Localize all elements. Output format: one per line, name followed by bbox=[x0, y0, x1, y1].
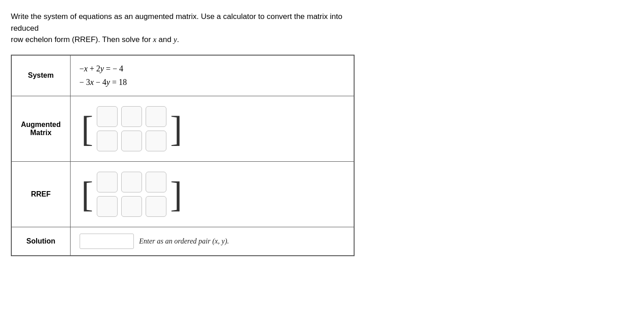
solution-row-wrapper: Enter as an ordered pair (x, y). bbox=[80, 234, 345, 249]
aug-cell-0-1[interactable] bbox=[121, 106, 142, 127]
solution-input[interactable] bbox=[80, 234, 134, 249]
augmented-bracket-left: [ bbox=[81, 111, 94, 147]
rref-bracket-right: ] bbox=[170, 176, 182, 212]
augmented-bracket-right: ] bbox=[170, 111, 182, 147]
solution-hint: Enter as an ordered pair (x, y). bbox=[139, 237, 229, 245]
aug-cell-1-1[interactable] bbox=[121, 131, 142, 151]
rref-cell-1-1[interactable] bbox=[121, 196, 142, 217]
augmented-matrix-row: AugmentedMatrix [ ] bbox=[11, 96, 354, 161]
rref-cell-0-2[interactable] bbox=[146, 172, 166, 192]
aug-cell-1-2[interactable] bbox=[146, 131, 166, 151]
equation-2: − 3x − 4y = 18 bbox=[80, 75, 345, 89]
augmented-matrix-wrapper: [ ] bbox=[80, 103, 345, 155]
instructions: Write the system of equations as an augm… bbox=[11, 11, 355, 46]
augmented-matrix-grid bbox=[97, 106, 166, 151]
rref-cell-0-0[interactable] bbox=[97, 172, 118, 192]
rref-content: [ ] bbox=[70, 161, 354, 227]
rref-bracket-left: [ bbox=[81, 176, 94, 212]
rref-cell-1-2[interactable] bbox=[146, 196, 166, 217]
rref-matrix-grid bbox=[97, 172, 166, 217]
system-equations: −x + 2y = − 4 − 3x − 4y = 18 bbox=[80, 62, 345, 89]
augmented-matrix-content: [ ] bbox=[70, 96, 354, 161]
system-row: System −x + 2y = − 4 − 3x − 4y = 18 bbox=[11, 55, 354, 96]
aug-cell-0-2[interactable] bbox=[146, 106, 166, 127]
rref-matrix-wrapper: [ ] bbox=[80, 168, 345, 220]
rref-label: RREF bbox=[11, 161, 70, 227]
rref-cell-1-0[interactable] bbox=[97, 196, 118, 217]
augmented-matrix-label: AugmentedMatrix bbox=[11, 96, 70, 161]
solution-content: Enter as an ordered pair (x, y). bbox=[70, 227, 354, 256]
augmented-matrix-label-text: AugmentedMatrix bbox=[21, 121, 61, 136]
solution-row: Solution Enter as an ordered pair (x, y)… bbox=[11, 227, 354, 256]
equation-1: −x + 2y = − 4 bbox=[80, 62, 345, 76]
rref-cell-0-1[interactable] bbox=[121, 172, 142, 192]
solution-label: Solution bbox=[11, 227, 70, 256]
rref-row: RREF [ ] bbox=[11, 161, 354, 227]
aug-cell-1-0[interactable] bbox=[97, 131, 118, 151]
system-label: System bbox=[11, 55, 70, 96]
main-table: System −x + 2y = − 4 − 3x − 4y = 18 Augm… bbox=[11, 55, 355, 256]
aug-cell-0-0[interactable] bbox=[97, 106, 118, 127]
system-content: −x + 2y = − 4 − 3x − 4y = 18 bbox=[70, 55, 354, 96]
